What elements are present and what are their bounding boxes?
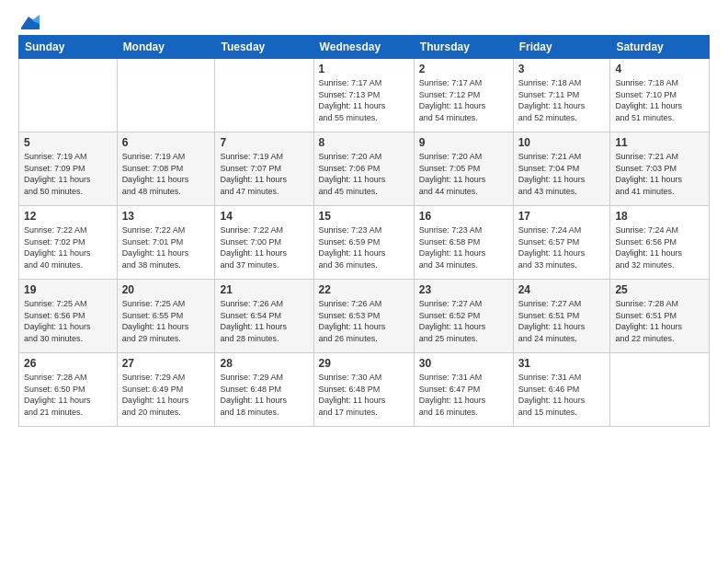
day-info: Sunrise: 7:27 AM Sunset: 6:51 PM Dayligh… xyxy=(518,298,606,344)
calendar-cell: 30Sunrise: 7:31 AM Sunset: 6:47 PM Dayli… xyxy=(414,353,513,427)
day-number: 12 xyxy=(24,210,112,223)
calendar-cell: 25Sunrise: 7:28 AM Sunset: 6:51 PM Dayli… xyxy=(610,280,710,353)
day-info: Sunrise: 7:29 AM Sunset: 6:48 PM Dayligh… xyxy=(220,372,308,418)
day-info: Sunrise: 7:21 AM Sunset: 7:03 PM Dayligh… xyxy=(615,151,704,197)
logo-icon xyxy=(19,15,40,29)
day-number: 5 xyxy=(24,136,112,149)
day-info: Sunrise: 7:19 AM Sunset: 7:08 PM Dayligh… xyxy=(122,151,210,197)
calendar-cell: 10Sunrise: 7:21 AM Sunset: 7:04 PM Dayli… xyxy=(513,132,610,206)
calendar-week-row: 19Sunrise: 7:25 AM Sunset: 6:56 PM Dayli… xyxy=(19,280,710,353)
day-number: 4 xyxy=(615,63,704,75)
calendar-cell: 9Sunrise: 7:20 AM Sunset: 7:05 PM Daylig… xyxy=(414,132,513,206)
day-number: 20 xyxy=(122,283,210,296)
day-info: Sunrise: 7:23 AM Sunset: 6:58 PM Dayligh… xyxy=(419,224,508,270)
day-info: Sunrise: 7:21 AM Sunset: 7:04 PM Dayligh… xyxy=(518,151,606,197)
calendar-cell: 31Sunrise: 7:31 AM Sunset: 6:46 PM Dayli… xyxy=(513,353,610,427)
col-saturday: Saturday xyxy=(610,36,710,59)
calendar-cell: 24Sunrise: 7:27 AM Sunset: 6:51 PM Dayli… xyxy=(513,280,610,353)
calendar-cell: 19Sunrise: 7:25 AM Sunset: 6:56 PM Dayli… xyxy=(19,280,118,353)
calendar-cell: 18Sunrise: 7:24 AM Sunset: 6:56 PM Dayli… xyxy=(610,206,710,280)
calendar-week-row: 5Sunrise: 7:19 AM Sunset: 7:09 PM Daylig… xyxy=(19,132,710,206)
day-number: 6 xyxy=(122,136,210,149)
day-info: Sunrise: 7:19 AM Sunset: 7:09 PM Dayligh… xyxy=(24,151,112,197)
calendar-cell: 6Sunrise: 7:19 AM Sunset: 7:08 PM Daylig… xyxy=(117,132,215,206)
calendar-week-row: 26Sunrise: 7:28 AM Sunset: 6:50 PM Dayli… xyxy=(19,353,710,427)
day-number: 31 xyxy=(518,357,606,370)
calendar-cell: 8Sunrise: 7:20 AM Sunset: 7:06 PM Daylig… xyxy=(313,132,414,206)
col-thursday: Thursday xyxy=(414,36,513,59)
day-number: 1 xyxy=(319,63,409,75)
day-info: Sunrise: 7:24 AM Sunset: 6:56 PM Dayligh… xyxy=(615,224,704,270)
day-number: 21 xyxy=(220,283,308,296)
day-number: 28 xyxy=(220,357,308,370)
day-info: Sunrise: 7:29 AM Sunset: 6:49 PM Dayligh… xyxy=(122,372,210,418)
day-number: 19 xyxy=(24,283,112,296)
day-number: 16 xyxy=(419,210,508,223)
day-info: Sunrise: 7:25 AM Sunset: 6:56 PM Dayligh… xyxy=(24,298,112,344)
calendar-cell: 14Sunrise: 7:22 AM Sunset: 7:00 PM Dayli… xyxy=(215,206,313,280)
day-number: 24 xyxy=(518,283,606,296)
header xyxy=(18,15,710,26)
day-info: Sunrise: 7:19 AM Sunset: 7:07 PM Dayligh… xyxy=(220,151,308,197)
page: Sunday Monday Tuesday Wednesday Thursday… xyxy=(0,0,728,563)
day-number: 27 xyxy=(122,357,210,370)
day-number: 15 xyxy=(319,210,409,223)
calendar: Sunday Monday Tuesday Wednesday Thursday… xyxy=(18,35,710,427)
day-number: 29 xyxy=(319,357,409,370)
day-number: 7 xyxy=(220,136,308,149)
day-info: Sunrise: 7:28 AM Sunset: 6:51 PM Dayligh… xyxy=(615,298,704,344)
day-number: 26 xyxy=(24,357,112,370)
day-number: 8 xyxy=(319,136,409,149)
day-number: 13 xyxy=(122,210,210,223)
calendar-cell: 11Sunrise: 7:21 AM Sunset: 7:03 PM Dayli… xyxy=(610,132,710,206)
day-info: Sunrise: 7:23 AM Sunset: 6:59 PM Dayligh… xyxy=(319,224,409,270)
calendar-cell: 4Sunrise: 7:18 AM Sunset: 7:10 PM Daylig… xyxy=(610,59,710,132)
day-info: Sunrise: 7:20 AM Sunset: 7:05 PM Dayligh… xyxy=(419,151,508,197)
calendar-cell: 17Sunrise: 7:24 AM Sunset: 6:57 PM Dayli… xyxy=(513,206,610,280)
day-number: 30 xyxy=(419,357,508,370)
calendar-cell: 22Sunrise: 7:26 AM Sunset: 6:53 PM Dayli… xyxy=(313,280,414,353)
day-info: Sunrise: 7:28 AM Sunset: 6:50 PM Dayligh… xyxy=(24,372,112,418)
day-number: 22 xyxy=(319,283,409,296)
day-info: Sunrise: 7:18 AM Sunset: 7:11 PM Dayligh… xyxy=(518,77,606,123)
calendar-cell: 16Sunrise: 7:23 AM Sunset: 6:58 PM Dayli… xyxy=(414,206,513,280)
day-number: 18 xyxy=(615,210,704,223)
day-info: Sunrise: 7:24 AM Sunset: 6:57 PM Dayligh… xyxy=(518,224,606,270)
day-number: 10 xyxy=(518,136,606,149)
calendar-cell: 13Sunrise: 7:22 AM Sunset: 7:01 PM Dayli… xyxy=(117,206,215,280)
calendar-cell xyxy=(610,353,710,427)
day-number: 2 xyxy=(419,63,508,75)
day-info: Sunrise: 7:26 AM Sunset: 6:54 PM Dayligh… xyxy=(220,298,308,344)
calendar-week-row: 1Sunrise: 7:17 AM Sunset: 7:13 PM Daylig… xyxy=(19,59,710,132)
col-friday: Friday xyxy=(513,36,610,59)
calendar-cell: 15Sunrise: 7:23 AM Sunset: 6:59 PM Dayli… xyxy=(313,206,414,280)
calendar-cell: 21Sunrise: 7:26 AM Sunset: 6:54 PM Dayli… xyxy=(215,280,313,353)
day-info: Sunrise: 7:30 AM Sunset: 6:48 PM Dayligh… xyxy=(319,372,409,418)
day-info: Sunrise: 7:22 AM Sunset: 7:01 PM Dayligh… xyxy=(122,224,210,270)
col-sunday: Sunday xyxy=(19,36,118,59)
calendar-cell xyxy=(117,59,215,132)
day-info: Sunrise: 7:18 AM Sunset: 7:10 PM Dayligh… xyxy=(615,77,704,123)
calendar-cell: 26Sunrise: 7:28 AM Sunset: 6:50 PM Dayli… xyxy=(19,353,118,427)
day-info: Sunrise: 7:27 AM Sunset: 6:52 PM Dayligh… xyxy=(419,298,508,344)
col-wednesday: Wednesday xyxy=(313,36,414,59)
day-info: Sunrise: 7:20 AM Sunset: 7:06 PM Dayligh… xyxy=(319,151,409,197)
day-number: 23 xyxy=(419,283,508,296)
day-number: 11 xyxy=(615,136,704,149)
calendar-cell: 3Sunrise: 7:18 AM Sunset: 7:11 PM Daylig… xyxy=(513,59,610,132)
day-number: 17 xyxy=(518,210,606,223)
day-number: 25 xyxy=(615,283,704,296)
calendar-cell: 28Sunrise: 7:29 AM Sunset: 6:48 PM Dayli… xyxy=(215,353,313,427)
calendar-header-row: Sunday Monday Tuesday Wednesday Thursday… xyxy=(19,36,710,59)
day-number: 3 xyxy=(518,63,606,75)
calendar-cell: 29Sunrise: 7:30 AM Sunset: 6:48 PM Dayli… xyxy=(313,353,414,427)
day-info: Sunrise: 7:31 AM Sunset: 6:47 PM Dayligh… xyxy=(419,372,508,418)
day-info: Sunrise: 7:31 AM Sunset: 6:46 PM Dayligh… xyxy=(518,372,606,418)
day-info: Sunrise: 7:17 AM Sunset: 7:12 PM Dayligh… xyxy=(419,77,508,123)
calendar-cell: 1Sunrise: 7:17 AM Sunset: 7:13 PM Daylig… xyxy=(313,59,414,132)
calendar-week-row: 12Sunrise: 7:22 AM Sunset: 7:02 PM Dayli… xyxy=(19,206,710,280)
col-monday: Monday xyxy=(117,36,215,59)
day-info: Sunrise: 7:26 AM Sunset: 6:53 PM Dayligh… xyxy=(319,298,409,344)
day-info: Sunrise: 7:22 AM Sunset: 7:00 PM Dayligh… xyxy=(220,224,308,270)
calendar-cell: 7Sunrise: 7:19 AM Sunset: 7:07 PM Daylig… xyxy=(215,132,313,206)
